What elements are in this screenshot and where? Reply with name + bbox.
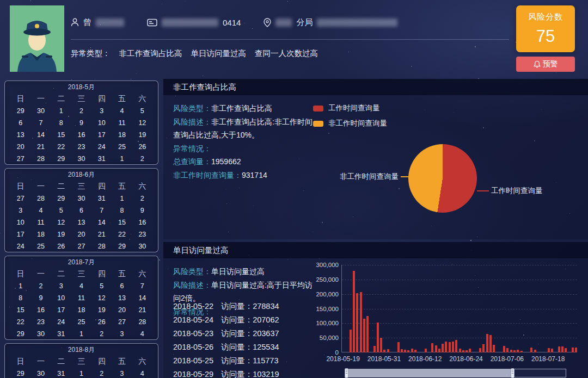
datazoom-handle-right[interactable] — [511, 368, 514, 378]
calendar-day[interactable]: 15 — [112, 216, 132, 228]
calendar-day[interactable]: 7 — [30, 117, 51, 129]
calendar-day[interactable]: 9 — [71, 117, 91, 129]
calendar-day[interactable]: 29 — [112, 240, 132, 252]
calendar-day[interactable]: 8 — [51, 117, 71, 129]
bar-chart[interactable] — [341, 265, 577, 352]
calendar-day[interactable]: 30 — [30, 105, 51, 117]
calendar-day[interactable]: 17 — [91, 129, 112, 141]
alert-button[interactable]: 预警 — [516, 57, 575, 72]
calendar-day[interactable]: 21 — [91, 228, 112, 240]
calendar-day[interactable]: 16 — [132, 216, 152, 228]
calendar-day[interactable]: 20 — [10, 141, 30, 153]
calendar-day[interactable]: 2 — [132, 193, 152, 205]
calendar-day[interactable]: 16 — [30, 304, 51, 316]
calendar-day[interactable]: 16 — [71, 129, 91, 141]
calendar-day[interactable]: 4 — [132, 328, 152, 340]
calendar-day[interactable]: 2 — [91, 368, 112, 378]
calendar-day[interactable]: 6 — [71, 205, 91, 216]
calendar-day[interactable]: 4 — [30, 205, 51, 216]
calendar-day[interactable]: 7 — [91, 205, 112, 216]
anomaly-type-item-1[interactable]: 非工作查询占比高 — [119, 48, 182, 59]
calendar-day[interactable]: 24 — [10, 240, 30, 252]
calendar-day[interactable]: 22 — [10, 316, 30, 328]
datazoom-selected-range[interactable] — [346, 369, 512, 377]
calendar-day[interactable]: 18 — [30, 228, 51, 240]
calendar-day[interactable]: 28 — [30, 193, 51, 205]
calendar-day[interactable]: 19 — [91, 304, 112, 316]
calendar-day[interactable]: 27 — [71, 240, 91, 252]
calendar-day[interactable]: 28 — [30, 153, 51, 165]
calendar-day[interactable]: 23 — [71, 141, 91, 153]
calendar-day[interactable]: 1 — [71, 368, 91, 378]
calendar-day[interactable]: 13 — [71, 216, 91, 228]
calendar-day[interactable]: 17 — [51, 304, 71, 316]
calendar-day[interactable]: 4 — [112, 105, 132, 117]
calendar-day[interactable]: 5 — [51, 205, 71, 216]
calendar-day[interactable]: 20 — [112, 304, 132, 316]
calendar-day[interactable]: 24 — [51, 316, 71, 328]
calendar-day[interactable]: 29 — [10, 105, 30, 117]
calendar-day[interactable]: 15 — [51, 129, 71, 141]
calendar-day[interactable]: 25 — [112, 141, 132, 153]
legend-item[interactable]: 非工作时间查询量 — [313, 119, 387, 128]
calendar-day[interactable]: 15 — [10, 304, 30, 316]
calendar-day[interactable]: 8 — [10, 292, 30, 304]
calendar-day[interactable]: 27 — [112, 316, 132, 328]
calendar-day[interactable]: 3 — [91, 105, 112, 117]
calendar-day[interactable]: 30 — [71, 193, 91, 205]
calendar-day[interactable]: 28 — [91, 240, 112, 252]
calendar-day[interactable]: 29 — [51, 153, 71, 165]
calendar-day[interactable]: 12 — [91, 292, 112, 304]
calendar-day[interactable]: 5 — [132, 105, 152, 117]
calendar-day[interactable]: 10 — [91, 117, 112, 129]
calendar-day[interactable]: 11 — [112, 117, 132, 129]
calendar-day[interactable]: 22 — [51, 141, 71, 153]
calendar-day[interactable]: 1 — [112, 193, 132, 205]
calendar-day[interactable]: 8 — [112, 205, 132, 216]
calendar-day[interactable]: 10 — [10, 216, 30, 228]
calendar-day[interactable]: 29 — [51, 193, 71, 205]
pie-chart[interactable] — [408, 144, 477, 213]
calendar-day[interactable]: 3 — [112, 368, 132, 378]
datazoom-slider[interactable] — [346, 369, 566, 377]
calendar-day[interactable]: 3 — [51, 280, 71, 292]
calendar-day[interactable]: 26 — [132, 141, 152, 153]
calendar-day[interactable]: 10 — [51, 292, 71, 304]
calendar-day[interactable]: 1 — [71, 328, 91, 340]
calendar-day[interactable]: 18 — [71, 304, 91, 316]
calendar-day[interactable]: 12 — [132, 117, 152, 129]
calendar-day[interactable]: 13 — [112, 292, 132, 304]
calendar-day[interactable]: 30 — [71, 153, 91, 165]
calendar-day[interactable]: 2 — [71, 105, 91, 117]
calendar-day[interactable]: 25 — [30, 240, 51, 252]
calendar-day[interactable]: 9 — [30, 292, 51, 304]
calendar-day[interactable]: 3 — [112, 328, 132, 340]
calendar-day[interactable]: 2 — [30, 280, 51, 292]
calendar-day[interactable]: 11 — [71, 292, 91, 304]
calendar-day[interactable]: 20 — [71, 228, 91, 240]
calendar-day[interactable]: 6 — [112, 280, 132, 292]
calendar-day[interactable]: 25 — [71, 316, 91, 328]
calendar-day[interactable]: 7 — [132, 280, 152, 292]
calendar-day[interactable]: 29 — [10, 328, 30, 340]
calendar-day[interactable]: 2 — [91, 328, 112, 340]
calendar-day[interactable]: 19 — [132, 129, 152, 141]
calendar-day[interactable]: 5 — [91, 280, 112, 292]
calendar-day[interactable]: 1 — [112, 153, 132, 165]
calendar-day[interactable]: 3 — [10, 205, 30, 216]
calendar-day[interactable]: 6 — [10, 117, 30, 129]
calendar-day[interactable]: 31 — [51, 328, 71, 340]
calendar-day[interactable]: 30 — [132, 240, 152, 252]
calendar-day[interactable]: 2 — [132, 153, 152, 165]
calendar-day[interactable]: 4 — [132, 368, 152, 378]
calendar-day[interactable]: 29 — [10, 368, 30, 378]
calendar-day[interactable]: 12 — [51, 216, 71, 228]
calendar-day[interactable]: 17 — [10, 228, 30, 240]
calendar-day[interactable]: 28 — [132, 316, 152, 328]
calendar-day[interactable]: 21 — [132, 304, 152, 316]
anomaly-type-item-2[interactable]: 单日访问量过高 — [191, 48, 247, 59]
calendar-day[interactable]: 19 — [51, 228, 71, 240]
calendar-day[interactable]: 27 — [10, 193, 30, 205]
calendar-day[interactable]: 1 — [51, 105, 71, 117]
calendar-day[interactable]: 1 — [10, 280, 30, 292]
